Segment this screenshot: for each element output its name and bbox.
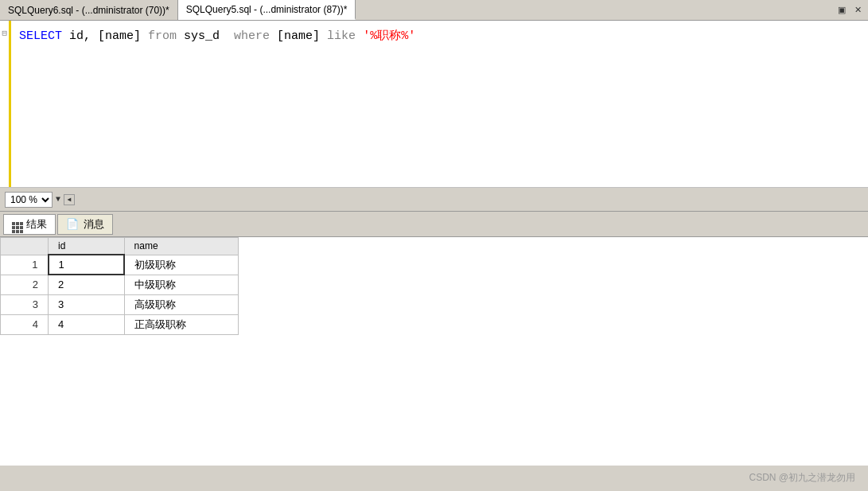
code-line-1: SELECT id, [name] from sys_d where [name…	[19, 25, 860, 48]
tab-sqlquery5[interactable]: SQLQuery5.sql - (...dministrator (87))*	[178, 0, 356, 20]
data-table: id name 11初级职称22中级职称33高级职称44正高级职称	[0, 237, 239, 335]
results-grid-icon	[12, 216, 23, 233]
row-num-cell: 1	[1, 255, 49, 275]
tab-messages[interactable]: 📄 消息	[57, 214, 113, 235]
tab-action-icons: ▣ ✕	[835, 0, 868, 20]
name-bracket: [name]	[270, 25, 327, 48]
results-main: 结果 📄 消息 id name 11初级职称22中级职称33高级职称44正高级职…	[0, 212, 868, 466]
tab-results-label: 结果	[26, 217, 47, 232]
results-area[interactable]: id name 11初级职称22中级职称33高级职称44正高级职称	[0, 237, 868, 466]
name-cell[interactable]: 高级职称	[124, 294, 238, 314]
name-cell[interactable]: 初级职称	[124, 255, 238, 275]
string-value: '%职称%'	[356, 25, 415, 48]
row-header-empty	[1, 238, 49, 255]
table-row[interactable]: 44正高级职称	[1, 314, 239, 334]
id-cell[interactable]: 4	[49, 314, 125, 334]
keyword-from: from	[148, 25, 177, 48]
table-row[interactable]: 11初级职称	[1, 255, 239, 275]
keyword-select: SELECT	[19, 25, 62, 48]
name-cell[interactable]: 中级职称	[124, 275, 238, 294]
zoom-bar: 100 % 75 % 125 % ▼ ◀	[0, 188, 868, 212]
gutter-line-1: ⊟	[2, 25, 9, 41]
keyword-where: where	[234, 25, 270, 48]
id-cell[interactable]: 2	[49, 275, 125, 294]
table-name: sys_d	[177, 25, 234, 48]
row-num-cell: 2	[1, 275, 49, 294]
table-row[interactable]: 33高级职称	[1, 294, 239, 314]
tab-messages-label: 消息	[84, 217, 104, 232]
editor-area: ⊟ SELECT id, [name] from sys_d where [na…	[0, 21, 868, 188]
name-cell[interactable]: 正高级职称	[124, 314, 238, 334]
editor-gutter: ⊟	[0, 21, 11, 187]
tab-results[interactable]: 结果	[3, 214, 56, 235]
zoom-select[interactable]: 100 % 75 % 125 %	[5, 192, 53, 208]
zoom-arrow-icon[interactable]: ▼	[56, 195, 60, 204]
tab-sqlquery5-label: SQLQuery5.sql - (...dministrator (87))*	[186, 4, 348, 15]
table-row[interactable]: 22中级职称	[1, 275, 239, 294]
pin-icon[interactable]: ▣	[835, 3, 849, 18]
doc-icon: 📄	[66, 218, 79, 230]
row-num-cell: 3	[1, 294, 49, 314]
col-header-name: name	[124, 238, 238, 255]
tab-bar: SQLQuery6.sql - (...dministrator (70))* …	[0, 0, 868, 21]
results-tab-bar: 结果 📄 消息	[0, 212, 868, 237]
code-content[interactable]: SELECT id, [name] from sys_d where [name…	[11, 21, 868, 187]
id-cell[interactable]: 1	[49, 255, 125, 275]
fields: id, [name]	[62, 25, 148, 48]
tab-sqlquery6-label: SQLQuery6.sql - (...dministrator (70))*	[8, 5, 169, 16]
row-num-cell: 4	[1, 314, 49, 334]
close-icon[interactable]: ✕	[850, 3, 865, 18]
id-cell[interactable]: 3	[49, 294, 125, 314]
table-header-row: id name	[1, 238, 239, 255]
scroll-left-icon[interactable]: ◀	[64, 194, 75, 205]
tab-sqlquery6[interactable]: SQLQuery6.sql - (...dministrator (70))*	[0, 0, 178, 20]
watermark: CSDN @初九之潜龙勿用	[749, 471, 855, 485]
keyword-like: like	[327, 25, 356, 48]
col-header-id: id	[49, 238, 125, 255]
table-body: 11初级职称22中级职称33高级职称44正高级职称	[1, 255, 239, 334]
